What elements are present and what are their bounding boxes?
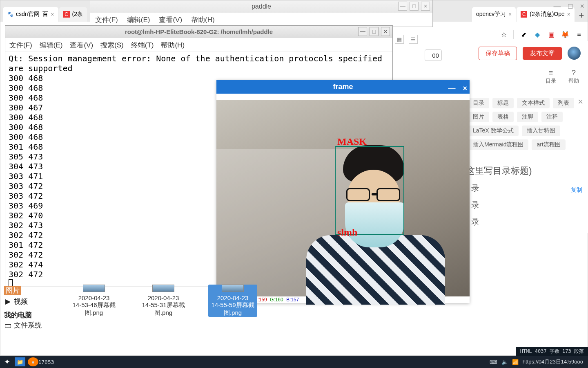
insert-tag[interactable]: art流程图 [532,139,565,150]
minimize-icon[interactable]: — [448,81,455,95]
tray-icon[interactable]: 🔈 [501,359,508,365]
label: 图片 [4,286,21,295]
ext-icon[interactable]: ◆ [533,30,542,39]
menu-item[interactable]: 终端(T) [131,40,154,49]
insert-tag[interactable]: 注脚 [517,112,538,122]
menu-item[interactable]: 查看(V) [159,15,182,24]
outline-h2: 目录 [461,200,588,211]
maximize-icon[interactable]: □ [410,2,419,11]
insert-tag[interactable]: 图片 [468,112,489,122]
close-panel-icon[interactable]: × [578,96,583,107]
browser-tab[interactable]: C (2条 [59,7,87,22]
view-icon[interactable]: ▦ [395,35,404,44]
tab-title: (2条 [72,11,83,18]
outline-h1: (这里写目录标题) [461,165,588,177]
window-title: frame [333,83,353,91]
toc-button[interactable]: ≡目录 [546,69,556,85]
tab-close-icon[interactable]: × [508,11,512,18]
file-thumbnail[interactable]: 2020-04-2314-55-31屏幕截图.png [139,285,188,317]
sidebar-item-filesystem[interactable]: 🖴 文件系统 [4,320,61,331]
close-icon[interactable]: × [463,81,467,95]
close-icon[interactable]: × [580,2,584,11]
editor-statusbar: HTML 4037 字数 173 段落 [516,347,588,356]
paddle-window: paddle — □ × 文件(F) 编辑(E) 查看(V) 帮助(H) [90,0,433,27]
save-draft-button[interactable]: 保存草稿 [479,47,517,60]
sidebar-item-pictures[interactable]: 图片 [4,285,61,296]
taskbar-num: 17053 [41,357,51,366]
close-icon[interactable]: × [421,2,430,11]
ext-icon[interactable]: 🦊 [561,30,570,39]
thumbnail-icon [222,285,244,292]
filemanager-sidebar: 图片 ▶ 视频 我的电脑 🖴 文件系统 [4,285,61,331]
menu-item[interactable]: 查看(V) [70,40,93,49]
divider [513,30,514,39]
help-button[interactable]: ?帮助 [568,69,579,85]
tab-close-icon[interactable]: × [567,11,570,18]
maximize-icon[interactable]: □ [568,2,573,11]
tray-clock: https://04月23日14:59ooo [523,358,583,366]
new-tab-button[interactable]: + [575,9,588,22]
insert-tag[interactable]: 注释 [541,112,563,122]
filemanager-view-switch: ▦ ☰ [395,35,418,44]
insert-tag[interactable]: 插入Mermaid流程图 [468,139,528,150]
minimize-icon[interactable]: — [398,2,407,11]
browser-tab[interactable]: 🐾 csdn官网_百 × [3,7,58,22]
menu-item[interactable]: 编辑(E) [127,15,150,24]
opencv-frame-window: frame — × MASK slmh (x=193, y=46) ~ R:15… [216,80,470,303]
file-thumbnail[interactable]: 2020-04-2314-53-46屏幕截图.png [69,285,118,317]
browser-tab[interactable]: opencv学习 × [472,7,516,22]
favicon-icon: C [521,11,527,18]
name-label: slmh [337,227,357,238]
launcher-icon[interactable]: ✦ [2,357,12,366]
tray-icon[interactable]: 📶 [512,359,519,365]
tab-close-icon[interactable]: × [51,11,54,18]
publish-button[interactable]: 发布文章 [523,47,562,60]
frame-titlebar[interactable]: frame — × [216,80,470,94]
menu-item[interactable]: 文件(F) [95,15,118,24]
insert-tag[interactable]: 插入甘特图 [522,126,560,136]
file-thumbnail[interactable]: 2020-04-2314-55-59屏幕截图.png [208,285,257,317]
menu-icon[interactable]: ≡ [575,30,584,39]
menu-item[interactable]: 编辑(E) [40,40,63,49]
view-icon[interactable]: ☰ [409,35,418,44]
outline-preview: (这里写目录标题) 目录 目录 目录 [461,153,588,227]
menu-item[interactable]: 帮助(H) [161,40,185,49]
star-icon[interactable]: ☆ [499,30,508,39]
label: 文件系统 [14,321,42,330]
wordcount-field: 00 [425,49,442,61]
window-title: root@lmh-HP-EliteBook-820-G2: /home/lmh/… [125,28,273,35]
launcher-icon[interactable]: ● [28,357,38,366]
thumbnail-icon [83,285,105,292]
window-title: paddle [252,3,271,10]
insert-tag[interactable]: 列表 [553,98,574,108]
insert-tag[interactable]: 标题 [492,98,514,108]
csdn-editor-panel: 保存草稿 发布文章 ≡目录 ?帮助 × 目录标题文本样式列表图片表格注脚注释La… [461,41,588,233]
avatar[interactable] [568,47,581,60]
ext-icon[interactable]: ▣ [547,30,556,39]
taskbar-tray: ⌨ 🔈 📶 https://04月23日14:59ooo [490,358,588,366]
paddle-menubar: 文件(F) 编辑(E) 查看(V) 帮助(H) [90,13,432,27]
tray-icon[interactable]: ⌨ [490,359,497,365]
paddle-titlebar[interactable]: paddle — □ × [90,0,432,13]
menu-item[interactable]: 搜索(S) [100,40,124,49]
minimize-icon[interactable]: — [358,27,367,36]
terminal-titlebar[interactable]: root@lmh-HP-EliteBook-820-G2: /home/lmh/… [5,26,392,38]
insert-tag[interactable]: LaTeX 数学公式 [468,126,519,136]
close-icon[interactable]: × [381,27,390,36]
ext-icon[interactable]: ⬋ [519,30,528,39]
tab-title: csdn官网_百 [16,11,48,18]
minimize-icon[interactable]: — [554,2,561,11]
insert-tag[interactable]: 文本样式 [517,98,550,108]
insert-tag[interactable]: 目录 [468,98,489,108]
sidebar-item-videos[interactable]: ▶ 视频 [4,296,61,307]
copy-link[interactable]: 复制 [571,186,582,194]
tab-title: opencv学习 [476,11,506,18]
menu-item[interactable]: 帮助(H) [191,15,215,24]
favicon-icon: 🐾 [7,11,13,18]
insert-tag[interactable]: 表格 [492,112,514,122]
menu-item[interactable]: 文件(F) [9,40,32,49]
insert-tag-cloud: 目录标题文本样式列表图片表格注脚注释LaTeX 数学公式插入甘特图插入Merma… [461,88,588,153]
maximize-icon[interactable]: □ [370,27,379,36]
taskbar: ✦ 📁 ● 17053 ⌨ 🔈 📶 https://04月23日14:59ooo [0,356,588,368]
launcher-icon[interactable]: 📁 [15,357,25,366]
